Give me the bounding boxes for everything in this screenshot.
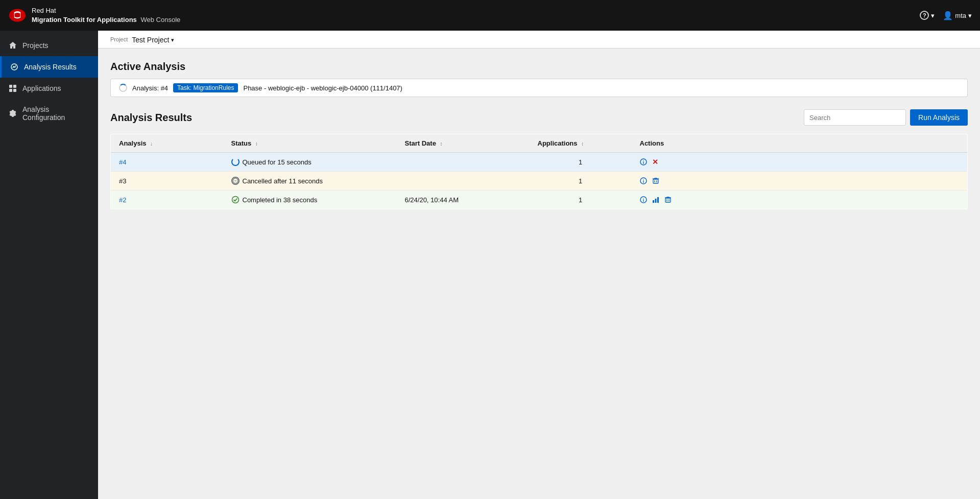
results-header: Analysis Results Run Analysis	[110, 109, 968, 126]
run-analysis-button[interactable]: Run Analysis	[910, 109, 968, 126]
svg-text:i: i	[642, 198, 644, 203]
cancel-button-4[interactable]: ✕	[652, 158, 658, 166]
sidebar: Projects Analysis Results Ap	[0, 31, 98, 499]
startdate-text-2: 6/24/20, 10:44 AM	[405, 196, 459, 204]
run-analysis-label: Run Analysis	[918, 113, 960, 122]
svg-rect-22	[665, 198, 671, 202]
cell-analysis-3: #3	[111, 172, 223, 191]
svg-rect-12	[653, 179, 658, 183]
col-header-startdate[interactable]: Start Date ↕	[397, 134, 530, 153]
page-body: Active Analysis Analysis: #4 Task: Migra…	[98, 49, 980, 499]
status-text-2: Completed in 38 seconds	[243, 196, 318, 204]
task-badge: Task: MigrationRules	[173, 83, 238, 92]
user-menu[interactable]: 👤 mta ▾	[943, 11, 972, 20]
gear-icon	[8, 109, 17, 118]
svg-text:i: i	[642, 179, 644, 184]
sidebar-item-analysis-configuration[interactable]: Analysis Configuration	[0, 99, 98, 128]
sidebar-analysis-config-label: Analysis Configuration	[22, 105, 90, 122]
search-input[interactable]	[804, 109, 906, 126]
svg-rect-20	[655, 199, 656, 203]
brand-area: Red Hat Migration Toolkit for Applicatio…	[8, 6, 180, 25]
table-row: #3 Cancel	[111, 172, 968, 191]
col-startdate-sort-icon: ↕	[440, 141, 443, 147]
svg-point-16	[232, 197, 238, 203]
user-icon: 👤	[943, 11, 953, 20]
svg-rect-4	[9, 89, 12, 92]
col-header-analysis[interactable]: Analysis ↓	[111, 134, 223, 153]
col-status-label: Status	[231, 139, 252, 147]
col-applications-label: Applications	[538, 139, 578, 147]
table-body: #4 Queued for 15 seconds	[111, 153, 968, 209]
results-toolbar: Run Analysis	[804, 109, 968, 126]
analysis-link-4[interactable]: #4	[119, 158, 126, 166]
cell-applications-4: 1	[530, 153, 632, 172]
analysis-results-section: Analysis Results Run Analysis Analysis	[110, 109, 968, 209]
chart-line-icon	[10, 62, 19, 72]
cell-analysis-4: #4	[111, 153, 223, 172]
sidebar-analysis-results-label: Analysis Results	[24, 63, 77, 71]
info-button-2[interactable]: i	[640, 196, 647, 203]
svg-rect-19	[653, 200, 654, 203]
svg-rect-21	[657, 197, 659, 203]
cell-startdate-2: 6/24/20, 10:44 AM	[397, 191, 530, 209]
table-header: Analysis ↓ Status ↕ Start Date ↕	[111, 134, 968, 153]
home-icon	[8, 41, 17, 50]
actions-cell-2: i	[640, 196, 960, 203]
project-dropdown-chevron: ▾	[171, 37, 174, 43]
applications-count-4: 1	[579, 158, 582, 166]
cell-analysis-2: #2	[111, 191, 223, 209]
top-navigation: Red Hat Migration Toolkit for Applicatio…	[0, 0, 980, 31]
apps-grid-icon	[8, 84, 17, 93]
delete-button-2[interactable]	[664, 196, 672, 203]
sidebar-projects-label: Projects	[22, 41, 49, 50]
sidebar-item-applications[interactable]: Applications	[0, 78, 98, 99]
col-header-actions: Actions	[632, 134, 968, 153]
main-content: Project Test Project ▾ Active Analysis A…	[98, 31, 980, 499]
info-button-3[interactable]: i	[640, 177, 647, 184]
svg-rect-3	[13, 85, 16, 88]
chart-button-2[interactable]	[652, 196, 659, 203]
task-detail: Phase - weblogic-ejb - weblogic-ejb-0400…	[243, 84, 402, 92]
col-header-applications[interactable]: Applications ↕	[530, 134, 632, 153]
cell-status-3: Cancelled after 11 seconds	[223, 172, 397, 191]
help-menu[interactable]: ? ▾	[920, 11, 935, 20]
svg-rect-2	[9, 85, 12, 88]
col-analysis-label: Analysis	[119, 139, 146, 147]
status-text-3: Cancelled after 11 seconds	[243, 177, 323, 185]
brand-suffix: Web Console	[140, 16, 180, 23]
project-bar: Project Test Project ▾	[98, 31, 980, 49]
active-analysis-title: Active Analysis	[110, 61, 968, 73]
col-header-status[interactable]: Status ↕	[223, 134, 397, 153]
cell-applications-3: 1	[530, 172, 632, 191]
brand-product: Migration Toolkit for Applications	[32, 16, 137, 23]
brand-text: Red Hat Migration Toolkit for Applicatio…	[32, 6, 180, 25]
completed-icon	[231, 196, 240, 204]
col-applications-sort-icon: ↕	[581, 141, 584, 147]
help-chevron: ▾	[931, 12, 935, 19]
active-analysis-bar: Analysis: #4 Task: MigrationRules Phase …	[110, 79, 968, 97]
analysis-link-3: #3	[119, 177, 126, 185]
svg-rect-5	[13, 89, 16, 92]
actions-cell-3: i	[640, 177, 960, 184]
sidebar-item-projects[interactable]: Projects	[0, 35, 98, 56]
project-name[interactable]: Test Project ▾	[132, 36, 174, 44]
delete-button-3[interactable]	[652, 177, 659, 184]
col-status-sort-icon: ↕	[255, 141, 258, 147]
project-breadcrumb-label: Project	[110, 36, 128, 42]
applications-count-2: 1	[579, 196, 582, 204]
active-analysis-spinner	[119, 84, 127, 92]
sidebar-item-analysis-results[interactable]: Analysis Results	[0, 56, 98, 78]
help-icon: ?	[920, 11, 929, 20]
active-analysis-label: Analysis: #4	[132, 84, 168, 92]
svg-text:i: i	[642, 160, 644, 165]
cell-startdate-4	[397, 153, 530, 172]
table-row: #4 Queued for 15 seconds	[111, 153, 968, 172]
info-button-4[interactable]: i	[640, 158, 647, 165]
analysis-link-2[interactable]: #2	[119, 196, 126, 204]
cell-status-4: Queued for 15 seconds	[223, 153, 397, 172]
results-table: Analysis ↓ Status ↕ Start Date ↕	[110, 134, 968, 209]
brand-company: Red Hat	[32, 7, 56, 14]
sidebar-applications-label: Applications	[22, 84, 61, 92]
redhat-logo	[8, 6, 27, 25]
status-cell-2: Completed in 38 seconds	[231, 196, 389, 204]
